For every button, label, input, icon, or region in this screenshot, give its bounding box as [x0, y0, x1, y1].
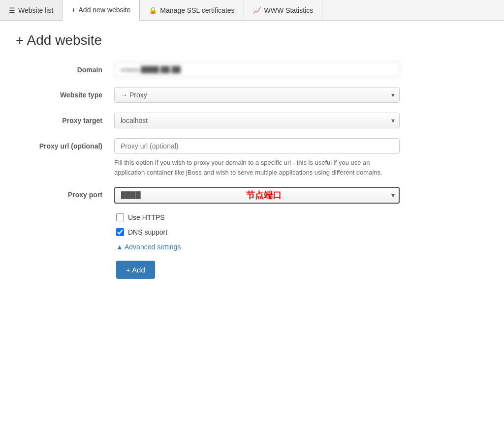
proxy-target-select-wrapper: localhost 127.0.0.1: [114, 113, 400, 128]
tab-www-statistics[interactable]: 📈 WWW Statistics: [244, 0, 323, 20]
lock-icon: 🔒: [149, 6, 157, 14]
proxy-port-control: ████ 节点端口: [114, 187, 400, 204]
use-https-label[interactable]: Use HTTPS: [128, 213, 165, 221]
dns-support-group: DNS support: [116, 228, 457, 236]
proxy-port-label: Proxy port: [16, 187, 114, 199]
dns-support-label[interactable]: DNS support: [128, 228, 167, 236]
use-https-group: Use HTTPS: [116, 213, 457, 221]
proxy-target-select[interactable]: localhost 127.0.0.1: [114, 113, 400, 128]
proxy-url-input[interactable]: [114, 138, 400, 154]
tab-manage-ssl[interactable]: 🔒 Manage SSL certificates: [140, 0, 244, 20]
website-type-select[interactable]: → Proxy Static Redirect: [114, 87, 400, 103]
tab-add-new-website-label: Add new website: [79, 6, 131, 14]
chart-icon: 📈: [253, 6, 261, 14]
proxy-target-control: localhost 127.0.0.1: [114, 113, 400, 128]
proxy-port-group: Proxy port ████ 节点端口: [16, 187, 457, 204]
plus-icon: +: [71, 6, 75, 14]
domain-input[interactable]: [114, 62, 400, 77]
advanced-settings-group: ▲ Advanced settings: [116, 243, 457, 251]
add-button[interactable]: + Add: [116, 261, 155, 279]
tab-add-new-website[interactable]: + Add new website: [63, 0, 140, 21]
dns-support-checkbox[interactable]: [116, 228, 124, 236]
use-https-checkbox[interactable]: [116, 213, 124, 221]
domain-group: Domain: [16, 62, 457, 77]
advanced-settings-link[interactable]: ▲ Advanced settings: [116, 243, 457, 251]
domain-control: [114, 62, 400, 77]
proxy-url-control: Fill this option if you wish to proxy yo…: [114, 138, 400, 177]
list-icon: ☰: [9, 6, 15, 14]
page-title: + Add website: [16, 32, 457, 48]
tab-website-list-label: Website list: [18, 6, 53, 14]
page-content: + Add website Domain Website type → Prox…: [0, 21, 472, 291]
website-type-select-wrapper: → Proxy Static Redirect: [114, 87, 400, 103]
proxy-target-group: Proxy target localhost 127.0.0.1: [16, 113, 457, 128]
tab-website-list[interactable]: ☰ Website list: [0, 0, 63, 20]
proxy-target-label: Proxy target: [16, 113, 114, 124]
website-type-group: Website type → Proxy Static Redirect: [16, 87, 457, 103]
website-type-label: Website type: [16, 87, 114, 99]
proxy-url-hint: Fill this option if you wish to proxy yo…: [114, 158, 390, 177]
domain-label: Domain: [16, 62, 114, 74]
proxy-port-select[interactable]: ████: [114, 187, 400, 204]
proxy-port-wrapper: ████ 节点端口: [114, 187, 400, 204]
proxy-url-group: Proxy url (optional) Fill this option if…: [16, 138, 457, 177]
tab-www-statistics-label: WWW Statistics: [264, 6, 314, 14]
tab-manage-ssl-label: Manage SSL certificates: [160, 6, 234, 14]
proxy-url-label: Proxy url (optional): [16, 138, 114, 150]
tab-bar: ☰ Website list + Add new website 🔒 Manag…: [0, 0, 504, 21]
website-type-control: → Proxy Static Redirect: [114, 87, 400, 103]
